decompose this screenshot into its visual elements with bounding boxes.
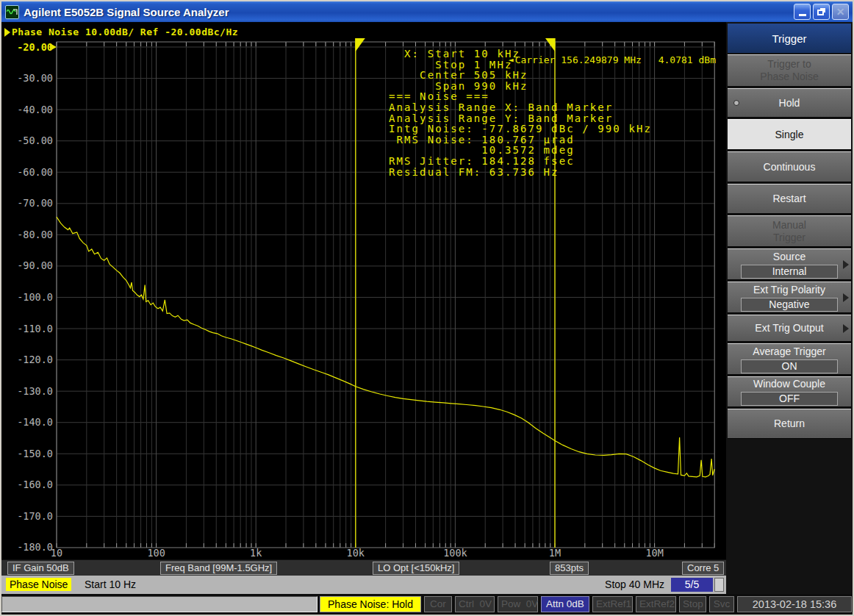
softkey-manual-trigger: Manual Trigger xyxy=(728,215,851,247)
svg-text:-100.0: -100.0 xyxy=(17,291,53,303)
submenu-arrow-icon xyxy=(843,260,849,269)
attenuator-status: Attn 0dB xyxy=(541,596,589,612)
svg-text:10M: 10M xyxy=(645,547,663,559)
minimize-button[interactable] xyxy=(794,4,811,20)
svg-text:-70.00: -70.00 xyxy=(17,197,53,209)
submenu-arrow-icon xyxy=(843,293,849,302)
message-area xyxy=(1,596,317,612)
softkey-continuous[interactable]: Continuous xyxy=(728,151,851,182)
softkey-ext-trig-polarity[interactable]: Ext Trig Polarity Negative xyxy=(728,282,851,313)
datetime-display: 2013-02-18 15:36 xyxy=(737,596,852,612)
softkey-ext-trig-output[interactable]: Ext Trig Output xyxy=(728,315,851,342)
window-titlebar: Agilent E5052B Signal Source Analyzer ✕ xyxy=(1,1,853,22)
softkey-trigger-to-phase-noise: Trigger to Phase Noise xyxy=(728,54,851,87)
softkey-page-indicator: 5/5 xyxy=(671,578,713,592)
svg-text:-160.0: -160.0 xyxy=(17,479,53,490)
app-window: { "window": { "title": "Agilent E5052B S… xyxy=(0,0,854,616)
svg-text:10k: 10k xyxy=(347,547,365,559)
dc-power-status: Pow 0V xyxy=(498,596,538,612)
svg-text:-50.00: -50.00 xyxy=(17,135,53,146)
close-button[interactable]: ✕ xyxy=(832,4,849,20)
svg-text:-30.00: -30.00 xyxy=(17,72,53,84)
svg-text:-180.0: -180.0 xyxy=(17,541,53,553)
softkey-return[interactable]: Return xyxy=(728,409,851,439)
lo-opt-indicator: LO Opt [<150kHz] xyxy=(373,562,459,575)
svg-text:-60.00: -60.00 xyxy=(17,166,53,178)
svg-text:-80.00: -80.00 xyxy=(17,229,53,240)
sweep-stop-status: Stop xyxy=(679,596,706,612)
app-icon xyxy=(5,5,19,19)
ext-trig-polarity-value: Negative xyxy=(741,298,838,312)
svg-text:-130.0: -130.0 xyxy=(17,385,53,397)
svg-text:1k: 1k xyxy=(250,547,262,559)
svg-text:10: 10 xyxy=(51,547,62,559)
average-trigger-value: ON xyxy=(741,359,838,373)
menu-title: Trigger xyxy=(728,24,851,53)
instrument-display: -20.00-30.00-40.00-50.00-60.00-70.00-80.… xyxy=(1,22,726,594)
softkey-window-couple[interactable]: Window Couple OFF xyxy=(728,376,851,407)
svg-text:-90.00: -90.00 xyxy=(17,259,53,271)
svg-text:-150.0: -150.0 xyxy=(17,448,53,459)
softkey-average-trigger[interactable]: Average Trigger ON xyxy=(728,343,851,375)
restore-button[interactable] xyxy=(813,4,830,20)
radio-selected-icon xyxy=(733,100,739,106)
submenu-arrow-icon xyxy=(843,324,849,333)
svg-text:-40.00: -40.00 xyxy=(17,104,53,115)
correction-status: Cor xyxy=(424,596,452,612)
softkey-single[interactable]: Single xyxy=(728,119,851,150)
settings-bar: IF Gain 50dB Freq Band [99M-1.5GHz] LO O… xyxy=(1,559,726,576)
carrier-power: 4.0781 dBm xyxy=(659,54,716,65)
service-status: Svc xyxy=(709,596,734,612)
noise-analysis-readout: X: Start 10 kHz Stop 1 MHz Center 505 kH… xyxy=(389,49,652,177)
dc-control-status: Ctrl 0V xyxy=(455,596,495,612)
status-bar: Phase Noise: Hold Cor Ctrl 0V Pow 0V Att… xyxy=(1,594,853,615)
softkey-menu: Trigger Trigger to Phase Noise Hold Sing… xyxy=(726,22,853,594)
sweep-stop-readout: Stop 40 MHz xyxy=(582,579,664,590)
mode-badge: Phase Noise xyxy=(6,578,71,591)
ext-ref1-status: ExtRef1 xyxy=(592,596,633,612)
svg-text:1M: 1M xyxy=(549,547,561,559)
svg-text:-140.0: -140.0 xyxy=(17,416,53,428)
window-couple-value: OFF xyxy=(741,392,838,406)
softkey-page-spinner[interactable] xyxy=(714,578,724,592)
measurement-status: Phase Noise: Hold xyxy=(320,596,421,612)
if-gain-indicator: IF Gain 50dB xyxy=(7,562,74,575)
ext-ref2-status: ExtRef2 xyxy=(636,596,676,612)
svg-text:-20.00: -20.00 xyxy=(17,41,53,53)
softkey-hold[interactable]: Hold xyxy=(728,88,851,118)
window-title: Agilent E5052B Signal Source Analyzer xyxy=(24,6,794,18)
svg-text:100k: 100k xyxy=(443,547,467,559)
svg-text:100: 100 xyxy=(147,547,165,559)
sweep-start-readout: Start 10 Hz xyxy=(85,579,136,590)
correction-indicator: Corre 5 xyxy=(682,562,724,575)
svg-text:-120.0: -120.0 xyxy=(17,354,53,365)
trace-scale-header: Phase Noise 10.00dB/ Ref -20.00dBc/Hz xyxy=(4,26,238,37)
svg-text:-110.0: -110.0 xyxy=(17,323,53,334)
svg-text:-170.0: -170.0 xyxy=(17,510,53,522)
softkey-source[interactable]: Source Internal xyxy=(728,248,851,280)
points-indicator: 853pts xyxy=(550,562,589,575)
freq-band-indicator: Freq Band [99M-1.5GHz] xyxy=(160,562,277,575)
softkey-restart[interactable]: Restart xyxy=(728,184,851,214)
measurement-bar: Phase Noise Start 10 Hz Stop 40 MHz 5/5 xyxy=(1,576,726,594)
source-value: Internal xyxy=(741,265,838,279)
trace-active-icon xyxy=(4,28,10,37)
